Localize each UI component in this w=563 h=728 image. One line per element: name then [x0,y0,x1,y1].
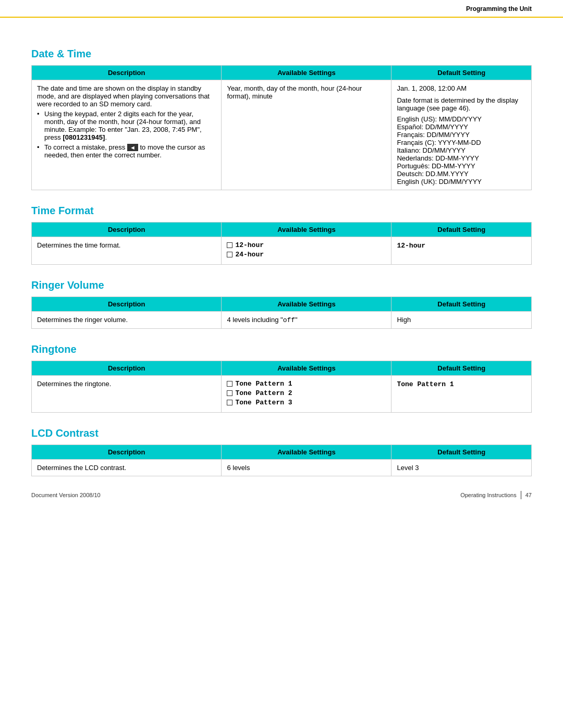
off-code: off [283,316,295,324]
col-header-available: Available Settings [222,361,391,376]
cell-default-date-time: Jan. 1, 2008, 12:00 AM Date format is de… [391,80,532,190]
col-header-default: Default Setting [391,66,532,80]
table-row: Determines the time format. 12-hour 24-h… [32,237,532,265]
section-lcd-contrast: LCD Contrast Description Available Setti… [31,427,532,476]
section-ringtone: Ringtone Description Available Settings … [31,343,532,413]
section-title-lcd-contrast: LCD Contrast [31,427,532,439]
footer-page-number: 47 [525,492,532,498]
footer-doc-version: Document Version 2008/10 [31,492,101,498]
col-header-description: Description [32,361,222,376]
cell-default-time-format: 12-hour [391,237,532,265]
col-header-available: Available Settings [222,66,391,80]
table-row: The date and time are shown on the displ… [32,80,532,190]
cell-available-time-format: 12-hour 24-hour [222,237,391,265]
default-date-list: English (US): MM/DD/YYYY Español: DD/MM/… [397,115,526,186]
page-footer: Document Version 2008/10 Operating Instr… [31,491,532,499]
table-lcd-contrast: Description Available Settings Default S… [31,445,532,476]
option-label: Tone Pattern 3 [235,399,292,406]
col-header-available: Available Settings [222,223,391,237]
col-header-available: Available Settings [222,297,391,312]
page-container: Date & Time Description Available Settin… [0,18,563,510]
checkbox-tone1: Tone Pattern 1 [227,380,386,388]
section-title-date-time: Date & Time [31,48,532,60]
footer-divider [521,491,521,499]
option-label: Tone Pattern 2 [235,389,292,397]
col-header-description: Description [32,223,222,237]
col-header-default: Default Setting [391,223,532,237]
available-settings-text: Year, month, day of the month, hour (24-… [227,84,362,100]
description-list: Using the keypad, enter 2 digits each fo… [37,110,216,159]
section-title-time-format: Time Format [31,205,532,217]
cell-default-ringtone: Tone Pattern 1 [391,376,532,413]
cell-description-ringtone: Determines the ringtone. [32,376,222,413]
checkbox-tone2: Tone Pattern 2 [227,389,386,397]
checkbox-12hour: 12-hour [227,241,386,249]
checkbox-icon [227,390,232,396]
list-item: To correct a mistake, press ◄ to move th… [37,143,216,159]
checkbox-icon [227,381,232,387]
back-button-icon: ◄ [127,144,138,151]
col-header-description: Description [32,445,222,460]
default-value: 12-hour [397,242,425,250]
cell-available-ringtone: Tone Pattern 1 Tone Pattern 2 Tone Patte… [222,376,391,413]
section-title-ringer-volume: Ringer Volume [31,279,532,291]
cell-default-lcd-contrast: Level 3 [391,460,532,476]
footer-right: Operating Instructions 47 [460,491,532,499]
table-row: Determines the LCD contrast. 6 levels Le… [32,460,532,476]
section-date-time: Date & Time Description Available Settin… [31,48,532,190]
col-header-available: Available Settings [222,445,391,460]
footer-label: Operating Instructions [460,492,517,498]
option-label: 12-hour [235,241,264,249]
cell-description-time-format: Determines the time format. [32,237,222,265]
checkbox-icon [227,242,232,248]
option-label: 24-hour [235,251,264,258]
col-header-default: Default Setting [391,361,532,376]
table-ringer-volume: Description Available Settings Default S… [31,297,532,329]
col-header-default: Default Setting [391,445,532,460]
option-label: Tone Pattern 1 [235,380,292,388]
description-intro: The date and time are shown on the displ… [37,84,210,108]
checkbox-24hour: 24-hour [227,251,386,258]
cell-description-lcd-contrast: Determines the LCD contrast. [32,460,222,476]
col-header-description: Description [32,66,222,80]
header-text: Programming the Unit [466,5,532,13]
table-row: Determines the ringer volume. 4 levels i… [32,312,532,329]
default-value: Tone Pattern 1 [397,380,454,388]
cell-available-date-time: Year, month, day of the month, hour (24-… [222,80,391,190]
list-item: Using the keypad, enter 2 digits each fo… [37,110,216,141]
checkbox-icon [227,252,232,257]
default-date-intro: Jan. 1, 2008, 12:00 AM [397,84,526,92]
table-date-time: Description Available Settings Default S… [31,65,532,190]
page-header: Programming the Unit [0,0,563,18]
default-date-extra: Date format is determined by the display… [397,96,526,112]
col-header-default: Default Setting [391,297,532,312]
table-row: Determines the ringtone. Tone Pattern 1 … [32,376,532,413]
section-title-ringtone: Ringtone [31,343,532,355]
col-header-description: Description [32,297,222,312]
table-ringtone: Description Available Settings Default S… [31,361,532,413]
section-ringer-volume: Ringer Volume Description Available Sett… [31,279,532,329]
checkbox-icon [227,400,232,405]
checkbox-tone3: Tone Pattern 3 [227,399,386,406]
table-time-format: Description Available Settings Default S… [31,222,532,265]
cell-description-ringer-volume: Determines the ringer volume. [32,312,222,329]
section-time-format: Time Format Description Available Settin… [31,205,532,265]
cell-available-ringer-volume: 4 levels including "off" [222,312,391,329]
cell-default-ringer-volume: High [391,312,532,329]
cell-description-date-time: The date and time are shown on the displ… [32,80,222,190]
cell-available-lcd-contrast: 6 levels [222,460,391,476]
